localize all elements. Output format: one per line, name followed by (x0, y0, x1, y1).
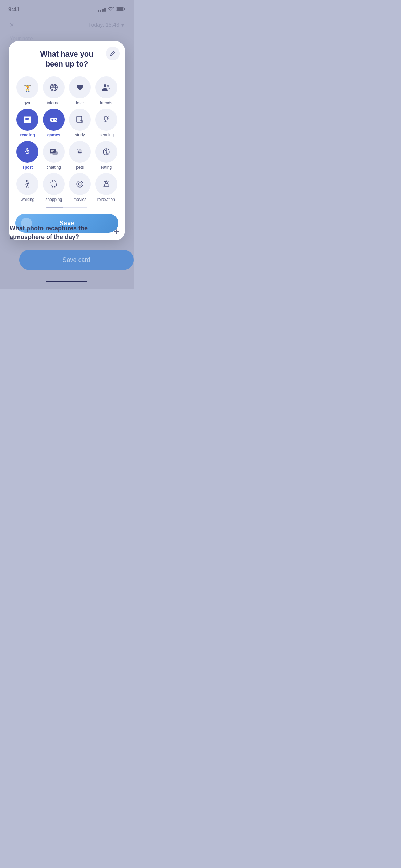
activity-icon-gym: 🏋 (16, 76, 38, 98)
home-bar (46, 281, 87, 282)
svg-rect-15 (25, 121, 28, 121)
home-indicator (0, 277, 134, 285)
svg-rect-26 (104, 117, 107, 120)
activity-label-pets: pets (76, 165, 84, 170)
svg-rect-32 (52, 151, 58, 155)
svg-point-19 (54, 119, 56, 120)
svg-text:🏋: 🏋 (24, 84, 32, 92)
activity-label-relaxation: relaxation (97, 197, 115, 202)
svg-point-43 (80, 184, 81, 185)
activity-item-movies[interactable]: movies (68, 173, 92, 202)
activity-label-shopping: shopping (45, 197, 62, 202)
activity-item-gym[interactable]: 🏋 gym (15, 76, 40, 105)
photo-question: What photo recaptures the atmosphere of … (10, 224, 92, 241)
activity-item-cleaning[interactable]: cleaning (94, 109, 119, 137)
activity-icon-pets (69, 141, 91, 163)
activity-item-relaxation[interactable]: relaxation (94, 173, 119, 202)
scroll-indicator (15, 207, 118, 208)
pencil-icon (110, 50, 116, 57)
activity-label-gym: gym (24, 100, 32, 105)
activity-icon-walking (16, 173, 38, 195)
activity-item-eating[interactable]: eating (94, 141, 119, 170)
activity-icon-chatting (43, 141, 65, 163)
activity-icon-eating (95, 141, 117, 163)
activity-label-chatting: chatting (47, 165, 61, 170)
activity-icon-sport (16, 141, 38, 163)
activity-item-chatting[interactable]: chatting (42, 141, 66, 170)
activity-label-love: love (76, 100, 84, 105)
activity-item-games[interactable]: games (42, 109, 66, 137)
activity-icon-cleaning (95, 109, 117, 131)
svg-point-40 (54, 186, 55, 188)
svg-rect-13 (25, 118, 29, 119)
activity-item-walking[interactable]: walking (15, 173, 40, 202)
activity-icon-shopping (43, 173, 65, 195)
svg-point-44 (105, 181, 107, 183)
activity-label-friends: friends (100, 100, 112, 105)
svg-point-20 (56, 120, 57, 121)
activity-item-friends[interactable]: ☺ friends (94, 76, 119, 105)
edit-button[interactable] (106, 47, 120, 60)
activity-label-cleaning: cleaning (98, 133, 114, 137)
activity-item-pets[interactable]: pets (68, 141, 92, 170)
add-photo-button[interactable]: + (109, 224, 124, 239)
activity-label-internet: internet (47, 100, 61, 105)
svg-point-34 (78, 151, 79, 152)
svg-point-38 (27, 180, 28, 182)
svg-point-9 (104, 84, 106, 87)
scroll-track (46, 207, 87, 208)
svg-rect-25 (81, 120, 83, 123)
svg-text:www: www (52, 85, 56, 87)
svg-point-33 (78, 150, 82, 154)
activity-item-sport[interactable]: sport (15, 141, 40, 170)
svg-point-28 (27, 148, 28, 150)
activity-modal: What have youbeen up to? 🏋 gym (9, 41, 125, 240)
svg-point-35 (81, 151, 81, 152)
activity-label-sport: sport (22, 165, 33, 170)
activity-icon-games (43, 109, 65, 131)
svg-text:☺: ☺ (107, 85, 109, 87)
activity-item-love[interactable]: love (68, 76, 92, 105)
activity-icon-study (69, 109, 91, 131)
activity-item-reading[interactable]: reading (15, 109, 40, 137)
activity-item-internet[interactable]: www internet (42, 76, 66, 105)
activity-label-eating: eating (100, 165, 112, 170)
activity-icon-reading (16, 109, 38, 131)
svg-point-39 (52, 186, 53, 188)
activity-icon-relaxation (95, 173, 117, 195)
svg-rect-14 (25, 119, 29, 120)
activity-grid: 🏋 gym www internet (15, 76, 118, 202)
activity-label-movies: movies (73, 197, 86, 202)
modal-title: What have youbeen up to? (15, 49, 118, 69)
scroll-thumb (46, 207, 63, 208)
activity-item-shopping[interactable]: shopping (42, 173, 66, 202)
activity-icon-movies (69, 173, 91, 195)
activity-label-study: study (75, 133, 85, 137)
activity-item-study[interactable]: study (68, 109, 92, 137)
activity-label-games: games (47, 133, 60, 137)
activity-icon-friends: ☺ (95, 76, 117, 98)
modal-overlay: What have youbeen up to? 🏋 gym (0, 0, 134, 289)
activity-icon-internet: www (43, 76, 65, 98)
activity-icon-love (69, 76, 91, 98)
activity-label-reading: reading (20, 133, 35, 137)
save-card-button[interactable]: Save card (19, 250, 134, 270)
activity-label-walking: walking (21, 197, 34, 202)
